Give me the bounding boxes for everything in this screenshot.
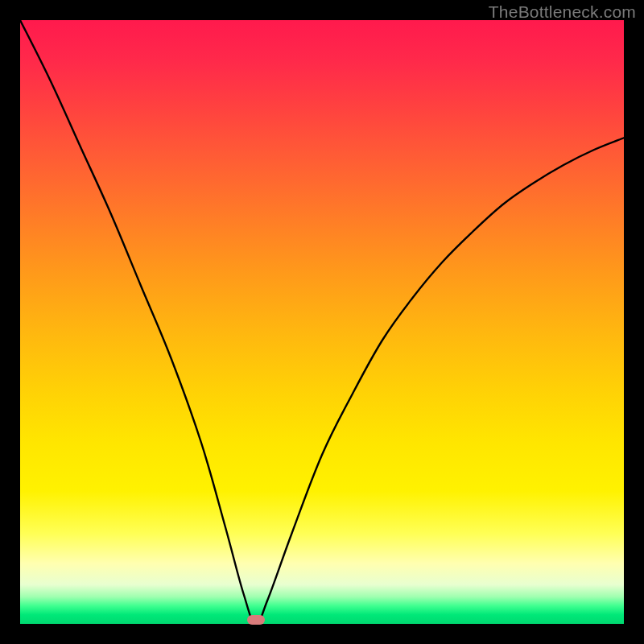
plot-area	[20, 20, 624, 624]
bottleneck-marker	[247, 615, 265, 625]
chart-frame: TheBottleneck.com	[0, 0, 644, 644]
watermark-text: TheBottleneck.com	[489, 2, 636, 22]
bottleneck-curve	[20, 20, 624, 624]
